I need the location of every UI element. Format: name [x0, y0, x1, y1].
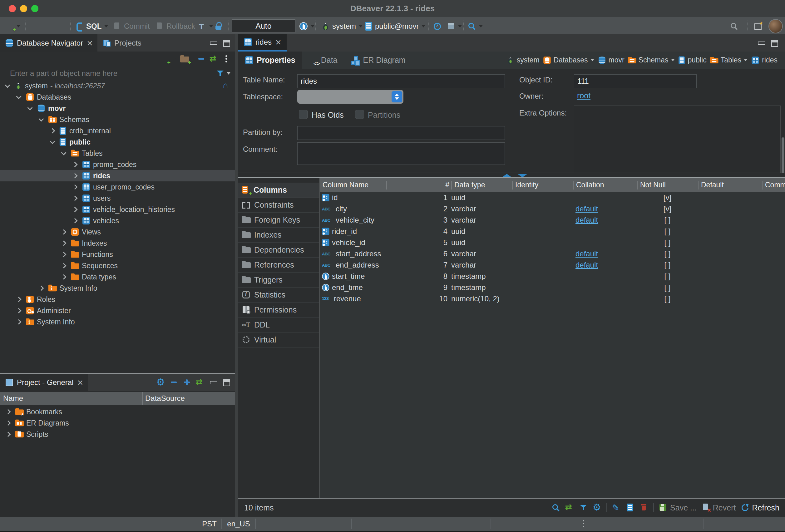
- project-row[interactable]: ★Bookmarks: [0, 406, 235, 417]
- expander[interactable]: [71, 196, 79, 200]
- cell-not-null[interactable]: [ ]: [637, 261, 698, 270]
- extra-options-box[interactable]: [574, 105, 781, 174]
- revert-button[interactable]: Revert: [702, 503, 736, 512]
- cell-not-null[interactable]: [ ]: [637, 283, 698, 292]
- subtab-data[interactable]: <>Data: [302, 52, 345, 69]
- expander[interactable]: [59, 241, 68, 245]
- link-with-editor-icon[interactable]: [196, 378, 204, 387]
- section-tab-foreign-keys[interactable]: Foreign Keys: [238, 212, 319, 228]
- tree-row[interactable]: vehicles: [0, 215, 235, 226]
- cell-not-null[interactable]: [v]: [637, 204, 698, 213]
- expander[interactable]: [59, 152, 68, 155]
- object-filter-input[interactable]: [0, 69, 216, 78]
- tree-row[interactable]: iSystem Info: [0, 316, 235, 328]
- minimize-panel-icon[interactable]: [209, 39, 218, 47]
- data-search-button[interactable]: [467, 17, 483, 35]
- gear-icon[interactable]: [156, 378, 165, 387]
- tree-row[interactable]: Indexes: [0, 237, 235, 249]
- breadcrumb-item[interactable]: system: [506, 56, 539, 65]
- expand-all-icon[interactable]: [183, 378, 192, 387]
- transaction-mode-button[interactable]: [198, 17, 213, 35]
- collation-link[interactable]: default: [576, 204, 598, 213]
- comment-textarea[interactable]: [297, 142, 505, 165]
- expander[interactable]: [4, 410, 12, 414]
- chevron-right-icon[interactable]: [72, 162, 78, 167]
- cell-not-null[interactable]: [v]: [637, 193, 698, 202]
- grid-header-identity[interactable]: Identity: [512, 181, 573, 189]
- breadcrumb-item[interactable]: Schemas: [628, 56, 675, 65]
- collation-link[interactable]: default: [576, 216, 598, 224]
- tree-row[interactable]: user_promo_codes: [0, 181, 235, 193]
- expander[interactable]: [15, 320, 23, 324]
- chevron-right-icon[interactable]: [16, 297, 22, 302]
- column-row[interactable]: end_time9timestamp[ ]: [320, 282, 785, 293]
- column-row[interactable]: start_time8timestamp[ ]: [320, 271, 785, 282]
- chevron-right-icon[interactable]: [72, 173, 78, 179]
- chevron-right-icon[interactable]: [72, 196, 78, 201]
- tree-row[interactable]: Roles: [0, 294, 235, 305]
- cell-not-null[interactable]: [ ]: [637, 238, 698, 247]
- minimize-panel-icon[interactable]: [209, 378, 218, 387]
- chevron-right-icon[interactable]: [16, 308, 22, 313]
- user-avatar[interactable]: [768, 17, 783, 35]
- maximize-editor-icon[interactable]: [770, 39, 779, 47]
- project-row[interactable]: Scripts: [0, 429, 235, 440]
- tree-row[interactable]: Schemas: [0, 114, 235, 125]
- chevron-down-icon[interactable]: [5, 83, 10, 88]
- chevron-down-icon[interactable]: [226, 72, 231, 75]
- tree-row[interactable]: Administer: [0, 305, 235, 316]
- chevron-right-icon[interactable]: [72, 207, 78, 212]
- disconnect-button[interactable]: [57, 17, 66, 35]
- statusbar-drag-handle[interactable]: [583, 520, 584, 528]
- grid-header-not-null[interactable]: Not Null: [637, 181, 698, 189]
- column-row[interactable]: end_address7varchardefault[ ]: [320, 259, 785, 271]
- section-tab-constraints[interactable]: Constraints: [238, 198, 319, 212]
- chevron-down-icon[interactable]: [16, 94, 22, 99]
- new-folder-icon[interactable]: +: [180, 55, 189, 64]
- breadcrumb-item[interactable]: Tables: [710, 56, 748, 65]
- column-header-datasource[interactable]: DataSource: [142, 392, 235, 405]
- chevron-right-icon[interactable]: [61, 252, 67, 257]
- grid-settings-icon[interactable]: [593, 503, 601, 512]
- project-row[interactable]: ER Diagrams: [0, 417, 235, 429]
- commit-button[interactable]: Commit: [113, 17, 150, 35]
- add-column-icon[interactable]: [626, 503, 634, 512]
- dashboard-button[interactable]: [433, 17, 441, 35]
- column-header-name[interactable]: Name: [0, 394, 142, 403]
- close-icon[interactable]: [76, 378, 83, 387]
- collation-link[interactable]: default: [576, 261, 598, 269]
- new-connection-icon[interactable]: +: [159, 55, 168, 64]
- expander[interactable]: [26, 107, 34, 109]
- tree-row[interactable]: rides: [0, 170, 235, 181]
- locale-indicator[interactable]: en_US: [222, 517, 255, 531]
- column-row[interactable]: vehicle_id5uuid[ ]: [320, 237, 785, 248]
- active-database-select[interactable]: public@movr: [365, 17, 426, 35]
- filter-icon[interactable]: [216, 69, 225, 78]
- tree-row[interactable]: movr: [0, 103, 235, 114]
- minimize-editor-icon[interactable]: [757, 39, 766, 47]
- grid-header-default[interactable]: Default: [698, 181, 762, 189]
- expander[interactable]: [15, 96, 23, 98]
- tree-row[interactable]: system - localhost:26257: [0, 80, 235, 92]
- grid-header-collation[interactable]: Collation: [573, 181, 637, 189]
- save-button[interactable]: Save ...: [659, 503, 697, 512]
- chevron-down-icon[interactable]: [39, 117, 44, 122]
- section-tab-dependencies[interactable]: Dependencies: [238, 243, 319, 258]
- expander[interactable]: [48, 129, 57, 133]
- tree-row[interactable]: Views: [0, 226, 235, 237]
- column-row[interactable]: start_address6varchardefault[ ]: [320, 248, 785, 259]
- form-grid-splitter[interactable]: [238, 173, 785, 178]
- transaction-lock-button[interactable]: [214, 17, 223, 35]
- expander[interactable]: [15, 298, 23, 301]
- chevron-down-icon[interactable]: [671, 59, 675, 61]
- column-row[interactable]: revenue10numeric(10, 2)[ ]: [320, 293, 785, 304]
- expander[interactable]: [59, 253, 68, 256]
- expander[interactable]: [37, 118, 46, 121]
- expander[interactable]: [4, 432, 12, 436]
- close-icon[interactable]: [86, 39, 93, 47]
- chevron-down-icon[interactable]: [590, 59, 594, 61]
- chevron-right-icon[interactable]: [16, 320, 22, 325]
- edit-icon[interactable]: [612, 503, 621, 512]
- chevron-right-icon[interactable]: [39, 286, 44, 291]
- quick-search-button[interactable]: [730, 17, 738, 35]
